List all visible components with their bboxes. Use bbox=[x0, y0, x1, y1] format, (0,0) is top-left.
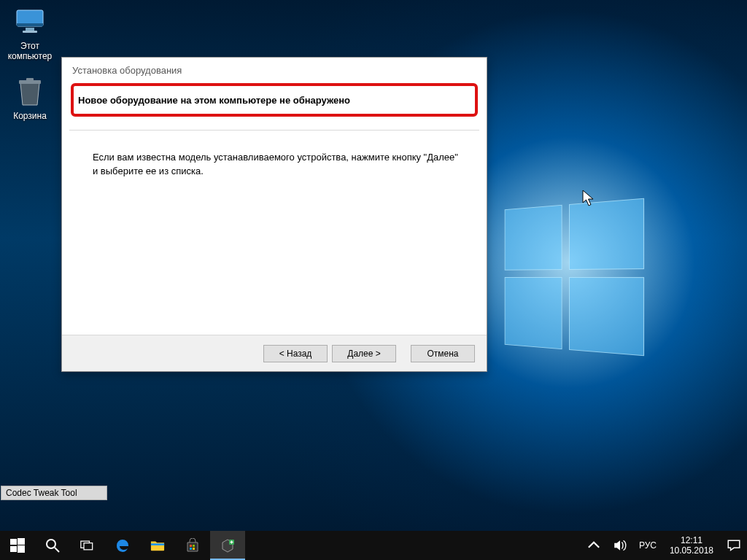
system-tray: РУС 12:11 10.05.2018 bbox=[581, 531, 747, 560]
store-icon bbox=[185, 538, 200, 553]
wizard-button-row: < Назад Далее > Отмена bbox=[62, 335, 487, 371]
wizard-caption-highlight: Новое оборудование на этом компьютере не… bbox=[71, 83, 478, 117]
edge-icon bbox=[115, 538, 130, 553]
svg-rect-2 bbox=[26, 28, 34, 31]
search-icon bbox=[45, 538, 60, 553]
svg-rect-6 bbox=[10, 539, 17, 545]
taskbar-app-explorer[interactable] bbox=[140, 531, 175, 560]
tray-clock[interactable]: 12:11 10.05.2018 bbox=[662, 535, 721, 556]
desktop-icon-recycle-bin[interactable]: Корзина bbox=[1, 76, 58, 121]
back-button[interactable]: < Назад bbox=[263, 345, 328, 362]
svg-rect-14 bbox=[151, 543, 164, 545]
action-center-button[interactable] bbox=[721, 538, 747, 553]
task-preview-label: Codec Tweak Tool bbox=[1, 486, 107, 500]
recycle-bin-icon bbox=[14, 76, 46, 108]
task-view-button[interactable] bbox=[70, 531, 105, 560]
box-plus-icon bbox=[220, 538, 235, 553]
folder-icon bbox=[150, 538, 165, 553]
tray-language-button[interactable]: РУС bbox=[633, 540, 662, 551]
clock-date: 10.05.2018 bbox=[670, 545, 713, 556]
svg-line-11 bbox=[55, 548, 59, 552]
pc-icon bbox=[14, 6, 46, 38]
mouse-cursor-icon bbox=[582, 190, 595, 207]
wizard-title: Установка оборудования bbox=[62, 58, 487, 76]
svg-rect-3 bbox=[23, 31, 37, 33]
search-button[interactable] bbox=[35, 531, 70, 560]
wizard-caption: Новое оборудование на этом компьютере не… bbox=[78, 95, 350, 106]
svg-rect-1 bbox=[17, 23, 43, 26]
svg-rect-16 bbox=[193, 545, 195, 547]
svg-rect-5 bbox=[26, 78, 34, 81]
clock-time: 12:11 bbox=[670, 535, 713, 545]
svg-rect-15 bbox=[190, 545, 192, 547]
windows-logo-art bbox=[505, 198, 644, 357]
svg-rect-18 bbox=[193, 548, 195, 550]
next-button[interactable]: Далее > bbox=[332, 345, 396, 362]
notification-icon bbox=[727, 538, 741, 553]
taskbar-app-edge[interactable] bbox=[105, 531, 140, 560]
desktop[interactable]: Этот компьютер Корзина Установка оборудо… bbox=[0, 0, 747, 531]
tray-volume-button[interactable] bbox=[607, 538, 633, 553]
desktop-icon-this-pc[interactable]: Этот компьютер bbox=[1, 6, 58, 61]
windows-logo-icon bbox=[10, 538, 25, 553]
language-indicator: РУС bbox=[639, 540, 657, 551]
hardware-wizard-window: Установка оборудования Новое оборудовани… bbox=[61, 57, 487, 372]
chevron-up-icon bbox=[587, 538, 601, 553]
taskbar-spacer bbox=[245, 531, 581, 560]
wizard-body-text: Если вам известна модель устанавливаемог… bbox=[62, 131, 487, 179]
tray-overflow-button[interactable] bbox=[581, 538, 607, 553]
cancel-button[interactable]: Отмена bbox=[411, 345, 475, 362]
taskbar: РУС 12:11 10.05.2018 bbox=[0, 531, 747, 560]
svg-rect-13 bbox=[84, 543, 93, 550]
svg-rect-8 bbox=[10, 546, 17, 552]
taskbar-app-store[interactable] bbox=[175, 531, 210, 560]
start-button[interactable] bbox=[0, 531, 35, 560]
desktop-icon-label: Этот компьютер bbox=[8, 41, 53, 61]
svg-rect-9 bbox=[18, 545, 25, 553]
volume-icon bbox=[613, 538, 627, 553]
svg-rect-17 bbox=[190, 548, 192, 550]
svg-point-10 bbox=[47, 540, 55, 548]
task-view-icon bbox=[80, 538, 95, 553]
svg-rect-7 bbox=[18, 538, 25, 545]
desktop-icon-label: Корзина bbox=[13, 111, 47, 121]
taskbar-app-codec-tweak[interactable] bbox=[210, 531, 245, 560]
